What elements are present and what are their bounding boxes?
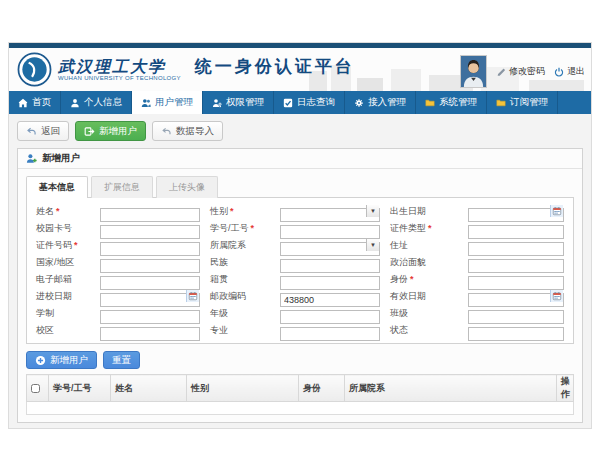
change-password-link[interactable]: 修改密码	[496, 65, 545, 78]
nav-item-4[interactable]: 日志查询	[274, 91, 345, 114]
field-label-0: 姓名*	[36, 205, 90, 218]
enter-box-icon	[84, 126, 95, 137]
add-user-toolbar-button[interactable]: 新增用户	[75, 121, 146, 141]
panel-title: 新增用户	[42, 152, 80, 165]
nav-item-label: 个人信息	[84, 96, 122, 109]
field-label-1: 性别*	[210, 205, 270, 218]
field-input-15[interactable]	[100, 293, 200, 307]
field-input-11[interactable]	[468, 259, 564, 273]
field-6	[100, 238, 200, 252]
field-input-10[interactable]	[280, 259, 380, 273]
field-label-3: 校园卡号	[36, 222, 90, 235]
nav-item-3[interactable]: 权限管理	[203, 91, 274, 114]
field-label-11: 政治面貌	[390, 256, 458, 269]
university-name-en: WUHAN UNIVERSITY OF TECHNOLOGY	[58, 75, 181, 81]
nav-item-5[interactable]: 接入管理	[345, 91, 416, 114]
field-label-15: 进校日期	[36, 290, 90, 303]
nav-item-label: 订阅管理	[510, 96, 548, 109]
nav-item-2[interactable]: 用户管理	[132, 91, 203, 114]
panel-title-bar: 新增用户	[18, 149, 582, 169]
nav-item-label: 系统管理	[439, 96, 477, 109]
field-input-3[interactable]	[100, 225, 200, 239]
field-label-2: 出生日期	[390, 205, 458, 218]
field-input-21[interactable]	[100, 327, 200, 341]
change-password-label: 修改密码	[509, 65, 545, 78]
field-input-12[interactable]	[100, 276, 200, 290]
field-8	[468, 238, 564, 252]
field-input-1[interactable]	[280, 208, 380, 222]
field-label-18: 学制	[36, 307, 90, 320]
field-label-5: 证件类型*	[390, 222, 458, 235]
nav-item-6[interactable]: 系统管理	[416, 91, 487, 114]
nav-item-0[interactable]: 首页	[9, 91, 61, 114]
folder-icon	[496, 98, 506, 108]
tab-1[interactable]: 扩展信息	[91, 176, 153, 198]
field-0	[100, 204, 200, 218]
field-input-6[interactable]	[100, 242, 200, 256]
tab-2[interactable]: 上传头像	[156, 176, 218, 198]
field-label-17: 有效日期	[390, 290, 458, 303]
field-17	[468, 289, 564, 303]
calendar-icon[interactable]	[550, 205, 563, 217]
field-input-8[interactable]	[468, 242, 564, 256]
page: { "header": { "university_cn": "武汉理工大学",…	[0, 0, 600, 450]
field-19	[280, 306, 380, 320]
select-all-checkbox[interactable]	[31, 384, 40, 393]
column-header-3: 身份	[299, 375, 345, 402]
column-header-4: 所属院系	[345, 375, 557, 402]
log-check-icon	[283, 98, 293, 108]
nav-item-1[interactable]: 个人信息	[61, 91, 132, 114]
toolbar: 返回 新增用户 数据导入	[17, 121, 583, 141]
dropdown-arrow-icon[interactable]: ▼	[366, 205, 379, 217]
field-input-19[interactable]	[280, 310, 380, 324]
required-asterisk: *	[428, 223, 432, 233]
dropdown-arrow-icon[interactable]: ▼	[366, 239, 379, 251]
nav-item-label: 首页	[32, 96, 51, 109]
select-all-header-cell	[27, 375, 49, 402]
field-label-16: 邮政编码	[210, 290, 270, 303]
field-input-18[interactable]	[100, 310, 200, 324]
submit-add-user-button[interactable]: 新增用户	[26, 351, 97, 369]
field-label-6: 证件号码*	[36, 239, 90, 252]
calendar-icon[interactable]	[550, 290, 563, 302]
field-input-5[interactable]	[468, 225, 564, 239]
user-avatar[interactable]	[460, 55, 487, 88]
required-asterisk: *	[74, 240, 78, 250]
reset-button-label: 重置	[112, 354, 131, 367]
logout-link[interactable]: 退出	[554, 65, 585, 78]
field-label-9: 国家/地区	[36, 256, 90, 269]
back-button-label: 返回	[41, 125, 60, 138]
field-10	[280, 255, 380, 269]
nav-item-7[interactable]: 订阅管理	[487, 91, 558, 114]
field-4	[280, 221, 380, 235]
field-input-0[interactable]	[100, 208, 200, 222]
field-5	[468, 221, 564, 235]
field-label-22: 专业	[210, 324, 270, 337]
field-input-22[interactable]	[280, 327, 380, 341]
app-window: 武汉理工大学 WUHAN UNIVERSITY OF TECHNOLOGY 统一…	[8, 42, 592, 429]
reset-button[interactable]: 重置	[103, 351, 140, 369]
user-icon	[70, 98, 80, 108]
field-input-9[interactable]	[100, 259, 200, 273]
add-user-toolbar-label: 新增用户	[99, 125, 137, 138]
field-input-13[interactable]	[280, 276, 380, 290]
user-form: 姓名*性别*▼出生日期校园卡号学号/工号*证件类型*证件号码*所属院系▼住址国家…	[36, 204, 564, 337]
field-label-7: 所属院系	[210, 239, 270, 252]
field-input-20[interactable]	[468, 310, 564, 324]
field-input-14[interactable]	[468, 276, 564, 290]
back-arrow-icon	[26, 126, 37, 137]
field-input-23[interactable]	[468, 327, 564, 341]
nav-item-label: 权限管理	[226, 96, 264, 109]
calendar-icon[interactable]	[186, 290, 199, 302]
field-input-4[interactable]	[280, 225, 380, 239]
field-input-16[interactable]	[280, 293, 380, 307]
add-user-icon	[26, 153, 37, 164]
back-button[interactable]: 返回	[17, 121, 69, 141]
empty-table-cell	[27, 402, 574, 415]
nav-item-label: 接入管理	[368, 96, 406, 109]
field-input-7[interactable]	[280, 242, 380, 256]
tab-0[interactable]: 基本信息	[26, 176, 88, 198]
field-11	[468, 255, 564, 269]
data-import-button[interactable]: 数据导入	[152, 121, 223, 141]
field-7: ▼	[280, 238, 380, 252]
